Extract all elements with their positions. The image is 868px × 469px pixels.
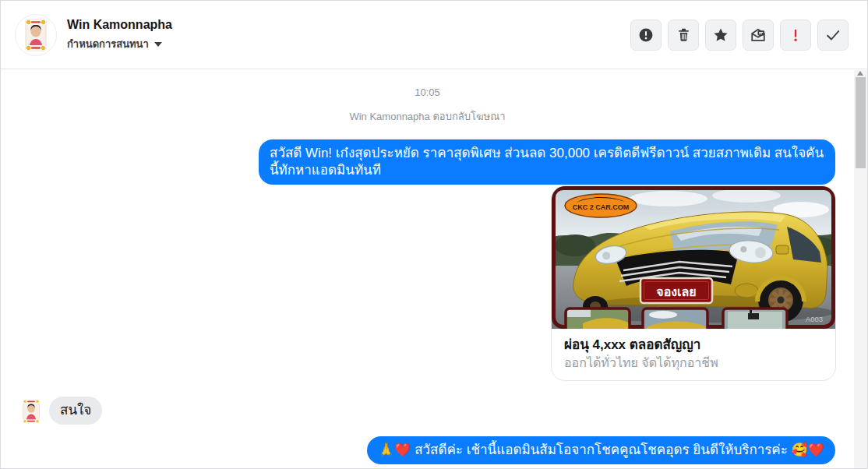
message-thread: 10:05 Win Kamonnapha ตอบกลับโฆษณา สวัสดี… — [1, 70, 854, 468]
mark-unread-button[interactable] — [743, 19, 774, 51]
dealer-logo: CKC 2 CAR.COM — [565, 194, 637, 217]
contact-name: Win Kamonnapha — [67, 17, 172, 33]
conversation-header: Win Kamonnapha กำหนดการสนทนา — [1, 1, 867, 69]
header-text: Win Kamonnapha กำหนดการสนทนา — [67, 17, 172, 52]
exclamation-circle-icon — [637, 26, 655, 44]
attachment-subtitle: ออกได้ทั่วไทย จัดได้ทุกอาชีพ — [564, 354, 823, 372]
vertical-scrollbar[interactable] — [854, 70, 867, 468]
scrollbar-thumb[interactable] — [856, 77, 866, 168]
envelope-chat-icon — [750, 26, 767, 44]
incoming-message-row: สนใจ — [23, 397, 102, 425]
red-exclamation-icon — [787, 26, 804, 44]
booking-sign: จองเลย — [640, 278, 712, 303]
photo-code-watermark: A003 — [806, 315, 823, 323]
car-photo: จองเลย CKC 2 CAR.COM — [552, 186, 835, 329]
avatar-photo-icon — [16, 15, 56, 55]
delete-button[interactable] — [668, 19, 699, 51]
photo-thumbnails — [566, 309, 787, 329]
attachment-title: ผ่อนุ 4,xxx ตลอดสัญญา — [564, 336, 823, 354]
attachment-caption: ผ่อนุ 4,xxx ตลอดสัญญา ออกได้ทั่วไทย จัดไ… — [552, 329, 835, 380]
messenger-conversation-window: Win Kamonnapha กำหนดการสนทนา — [0, 0, 868, 469]
outgoing-message-bubble: สวัสดี Win! เก๋งสุดประหยัด ราคาสุดพิเศษ … — [259, 139, 835, 185]
timestamp: 10:05 — [1, 86, 854, 98]
ad-reply-context-note: Win Kamonnapha ตอบกลับโฆษณา — [1, 108, 854, 125]
report-button[interactable] — [630, 19, 662, 51]
schedule-conversation-dropdown[interactable]: กำหนดการสนทนา — [67, 36, 172, 52]
booking-sign-text: จองเลย — [656, 285, 696, 298]
star-icon — [712, 26, 729, 44]
dealer-logo-text: CKC 2 CAR.COM — [573, 203, 630, 211]
avatar-photo-icon — [23, 400, 40, 423]
avatar[interactable] — [15, 14, 57, 56]
incoming-message-bubble: สนใจ — [49, 397, 102, 425]
chevron-down-icon — [154, 42, 162, 47]
car-listing-attachment-card[interactable]: จองเลย CKC 2 CAR.COM — [551, 185, 836, 381]
star-button[interactable] — [705, 19, 736, 51]
scroll-up-arrow-icon[interactable] — [857, 71, 863, 76]
check-icon — [824, 26, 842, 44]
flag-important-button[interactable] — [780, 19, 811, 51]
schedule-conversation-label: กำหนดการสนทนา — [67, 36, 149, 52]
outgoing-message-bubble: 🙏❤️ สวัสดีค่ะ เช้านี้แอดมินส้มโอจากโชคคู… — [367, 436, 835, 464]
trash-icon — [676, 26, 692, 43]
mark-done-button[interactable] — [817, 19, 849, 51]
conversation-actions — [630, 19, 849, 51]
avatar[interactable] — [23, 400, 40, 423]
